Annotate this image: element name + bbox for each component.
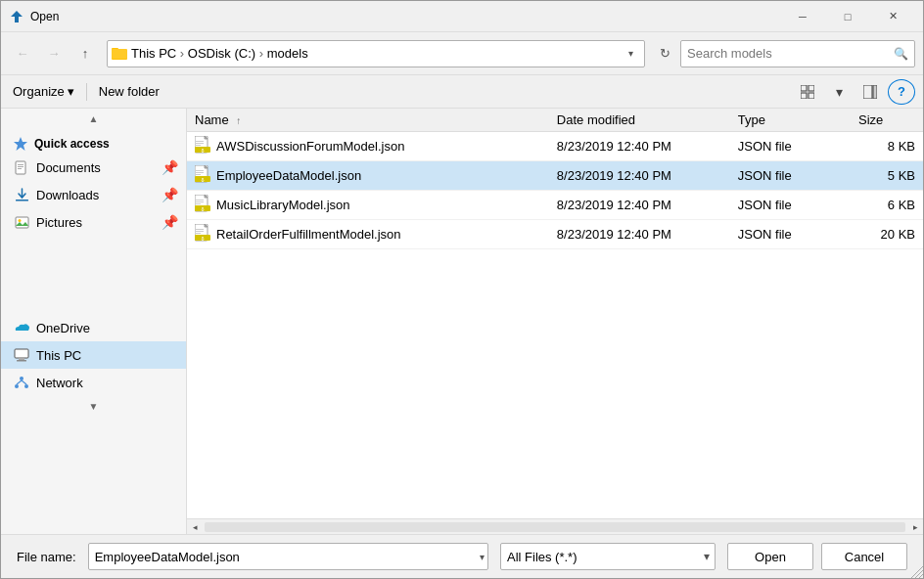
- view-dropdown-button[interactable]: ▾: [825, 79, 853, 105]
- file-name-cell: {} AWSDiscussionForumModel.json: [187, 132, 549, 161]
- sidebar-scroll-up[interactable]: ▲: [1, 109, 186, 128]
- sidebar-item-network[interactable]: Network: [1, 369, 186, 396]
- file-name-cell: {} EmployeeDataModel.json: [187, 161, 549, 191]
- window-controls: ─ □ ✕: [780, 1, 915, 32]
- quick-access-icon: [13, 136, 28, 152]
- table-row[interactable]: {} MusicLibraryModel.json8/23/2019 12:40…: [187, 191, 923, 220]
- file-type-wrap: All Files (*.*): [500, 543, 716, 570]
- svg-line-60: [915, 570, 923, 578]
- file-name-text: MusicLibraryModel.json: [216, 198, 350, 212]
- back-button[interactable]: ←: [9, 40, 36, 67]
- svg-rect-19: [15, 349, 28, 358]
- file-area: Name ↑ Date modified Type Size: [187, 109, 923, 534]
- table-row[interactable]: {} EmployeeDataModel.json8/23/2019 12:40…: [187, 161, 923, 191]
- file-name-text: AWSDiscussionForumModel.json: [216, 139, 404, 154]
- up-button[interactable]: ↑: [71, 40, 99, 67]
- file-type: JSON file: [730, 220, 851, 249]
- file-name-input[interactable]: [88, 543, 488, 570]
- file-list: Name ↑ Date modified Type Size: [187, 109, 923, 249]
- col-date[interactable]: Date modified: [549, 109, 730, 132]
- col-name[interactable]: Name ↑: [187, 109, 549, 132]
- sidebar-item-downloads[interactable]: Downloads 📌: [1, 181, 186, 208]
- file-name-dropdown-icon[interactable]: ▾: [480, 552, 485, 562]
- sidebar: ▲ Quick access Documents 📌: [1, 109, 187, 534]
- file-icon: {}: [195, 165, 210, 186]
- maximize-button[interactable]: □: [825, 1, 870, 32]
- svg-rect-54: [196, 229, 204, 230]
- svg-rect-47: [196, 201, 204, 202]
- address-dropdown-arrow[interactable]: ▾: [621, 41, 640, 67]
- svg-rect-3: [112, 49, 127, 59]
- main-content: ▲ Quick access Documents 📌: [1, 109, 923, 534]
- svg-point-23: [15, 384, 19, 388]
- dialog-title: Open: [30, 10, 780, 23]
- svg-rect-16: [16, 217, 28, 228]
- hscroll-left-button[interactable]: ◂: [187, 519, 203, 535]
- preview-icon: [863, 85, 877, 99]
- documents-label: Documents: [36, 160, 101, 175]
- search-input[interactable]: [687, 46, 894, 61]
- address-part-osdisk: OSDisk (C:): [188, 46, 255, 61]
- downloads-icon: [13, 186, 30, 203]
- horizontal-scrollbar: ◂ ▸: [187, 518, 923, 534]
- view-toggle-button[interactable]: [794, 79, 821, 105]
- preview-pane-button[interactable]: [856, 79, 884, 105]
- col-size[interactable]: Size: [851, 109, 923, 132]
- minimize-button[interactable]: ─: [780, 1, 825, 32]
- forward-button[interactable]: →: [40, 40, 68, 67]
- search-icon[interactable]: 🔍: [894, 47, 908, 61]
- table-row[interactable]: {} AWSDiscussionForumModel.json8/23/2019…: [187, 132, 923, 161]
- thispc-icon: [13, 346, 30, 364]
- new-folder-button[interactable]: New folder: [95, 82, 163, 101]
- sidebar-item-pictures[interactable]: Pictures 📌: [1, 208, 186, 236]
- svg-rect-55: [196, 231, 204, 232]
- table-row[interactable]: {} RetailOrderFulfillmentModel.json8/23/…: [187, 220, 923, 249]
- folder-icon: [112, 46, 127, 62]
- svg-rect-39: [196, 172, 204, 173]
- svg-line-61: [919, 574, 923, 578]
- svg-rect-15: [16, 200, 28, 201]
- pictures-pin-icon: 📌: [162, 214, 178, 230]
- thispc-label: This PC: [36, 348, 81, 363]
- downloads-pin-icon: 📌: [162, 187, 178, 202]
- cancel-button[interactable]: Cancel: [821, 543, 907, 570]
- svg-text:{}: {}: [201, 148, 205, 153]
- sidebar-scroll-down[interactable]: ▼: [1, 396, 186, 416]
- sidebar-item-onedrive[interactable]: OneDrive: [1, 314, 186, 341]
- file-name-input-wrap: ▾: [88, 543, 488, 570]
- col-type[interactable]: Type: [730, 109, 851, 132]
- refresh-button[interactable]: ↻: [653, 40, 676, 67]
- svg-rect-46: [196, 200, 204, 200]
- organize-dropdown-icon: ▾: [68, 84, 74, 99]
- address-part-models: models: [267, 46, 308, 61]
- organize-toolbar: Organize ▾ New folder ▾ ?: [1, 75, 923, 109]
- hscroll-right-button[interactable]: ▸: [907, 519, 923, 535]
- svg-rect-30: [196, 141, 204, 142]
- sidebar-section-quickaccess[interactable]: Quick access: [1, 128, 186, 154]
- organize-button[interactable]: Organize ▾: [9, 82, 78, 101]
- sidebar-item-thispc[interactable]: This PC: [1, 341, 186, 369]
- svg-text:{}: {}: [201, 177, 205, 182]
- svg-marker-10: [14, 137, 27, 151]
- pictures-label: Pictures: [36, 215, 82, 230]
- file-date: 8/23/2019 12:40 PM: [549, 132, 730, 161]
- help-button[interactable]: ?: [888, 79, 915, 105]
- sidebar-item-documents[interactable]: Documents 📌: [1, 154, 186, 181]
- network-icon: [13, 374, 30, 391]
- file-type: JSON file: [730, 132, 851, 161]
- file-type-select[interactable]: All Files (*.*): [500, 543, 716, 570]
- address-bar[interactable]: This PC › OSDisk (C:) › models ▾: [107, 40, 645, 67]
- quick-access-label: Quick access: [34, 137, 110, 151]
- address-path: This PC › OSDisk (C:) › models: [131, 46, 621, 61]
- file-type: JSON file: [730, 191, 851, 220]
- bottom-bar: File name: ▾ All Files (*.*) Open Cancel: [1, 534, 923, 578]
- hscroll-track[interactable]: [205, 522, 905, 532]
- close-button[interactable]: ✕: [870, 1, 915, 32]
- title-bar: Open ─ □ ✕: [1, 1, 923, 32]
- file-name-text: RetailOrderFulfillmentModel.json: [216, 227, 401, 242]
- downloads-label: Downloads: [36, 188, 99, 202]
- resize-grip[interactable]: [911, 566, 923, 578]
- file-list-container[interactable]: Name ↑ Date modified Type Size: [187, 109, 923, 518]
- dialog-icon: [9, 9, 24, 24]
- open-button[interactable]: Open: [727, 543, 813, 570]
